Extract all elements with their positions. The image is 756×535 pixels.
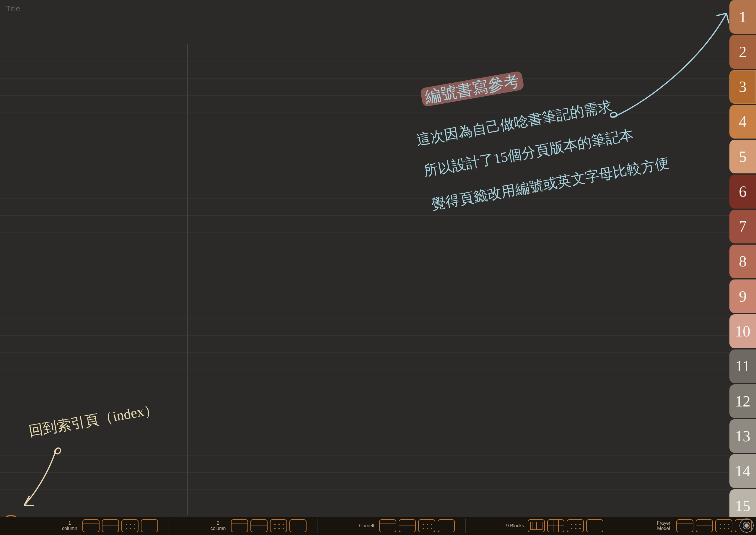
toolbar-separator (465, 519, 466, 533)
template-button-h[interactable] (696, 519, 713, 532)
template-button-dots[interactable] (567, 519, 584, 532)
template-button-h-top[interactable] (379, 519, 396, 532)
tab-4[interactable]: 4 (729, 105, 756, 139)
template-button-h-top[interactable] (82, 519, 99, 532)
template-button-plain[interactable] (586, 519, 603, 532)
template-button-dots[interactable] (715, 519, 732, 532)
template-button-grid[interactable] (528, 519, 545, 532)
arrow-to-menu-icon (18, 446, 65, 511)
vertical-divider (187, 44, 188, 515)
template-button-h[interactable] (102, 519, 119, 532)
tab-12[interactable]: 12 (729, 384, 756, 418)
tab-7[interactable]: 7 (729, 210, 756, 243)
record-button[interactable] (740, 519, 754, 533)
handwriting-index-note: 回到索引頁（index） (27, 399, 159, 441)
tab-3[interactable]: 3 (729, 70, 756, 104)
tab-9[interactable]: 9 (729, 279, 756, 313)
title-input[interactable] (0, 0, 118, 17)
note-canvas[interactable]: 編號書寫參考 這次因為自己做唸書筆記的需求 所以設計了15個分頁版本的筆記本 覺… (0, 44, 729, 515)
toolbar-group-label: Frayer Model (653, 521, 674, 531)
template-toolbar: 1 column2 columnCornell9 BlocksFrayer Mo… (0, 517, 756, 535)
tab-6[interactable]: 6 (729, 175, 756, 208)
template-button-h-top[interactable] (231, 519, 248, 532)
toolbar-group: 1 column (59, 519, 158, 532)
toolbar-group: Frayer Model (653, 519, 752, 532)
toolbar-group-label: 9 Blocks (505, 523, 526, 528)
tab-14[interactable]: 14 (729, 454, 756, 488)
toolbar-separator (169, 519, 169, 533)
toolbar-separator (317, 519, 317, 533)
template-button-h[interactable] (251, 519, 268, 532)
toolbar-group: 9 Blocks (505, 519, 603, 532)
toolbar-separator (614, 519, 614, 533)
toolbar-group: 2 column (208, 519, 307, 532)
template-button-plain[interactable] (141, 519, 158, 532)
page-tabs: 123456789101112131415 (729, 0, 756, 523)
tab-8[interactable]: 8 (729, 245, 756, 278)
toolbar-group-label: Cornell (356, 523, 377, 528)
toolbar-group-label: 2 column (208, 521, 229, 531)
toolbar-group: Cornell (356, 519, 455, 532)
toolbar-group-label: 1 column (59, 521, 80, 531)
tab-10[interactable]: 10 (729, 314, 756, 348)
template-button-plain[interactable] (289, 519, 307, 532)
tab-13[interactable]: 13 (729, 419, 756, 453)
tab-5[interactable]: 5 (729, 140, 756, 173)
template-button-plain[interactable] (438, 519, 455, 532)
template-button-h[interactable] (399, 519, 416, 532)
template-button-dots[interactable] (418, 519, 435, 532)
template-button-grid-h[interactable] (547, 519, 564, 532)
template-button-dots[interactable] (122, 519, 139, 532)
arrow-to-tabs-icon (608, 4, 738, 128)
tab-1[interactable]: 1 (729, 0, 756, 34)
template-button-h-top[interactable] (676, 519, 693, 532)
tab-2[interactable]: 2 (729, 35, 756, 69)
tab-11[interactable]: 11 (729, 350, 756, 383)
template-button-dots[interactable] (270, 519, 287, 532)
handwriting-heading: 編號書寫參考 (419, 70, 525, 108)
